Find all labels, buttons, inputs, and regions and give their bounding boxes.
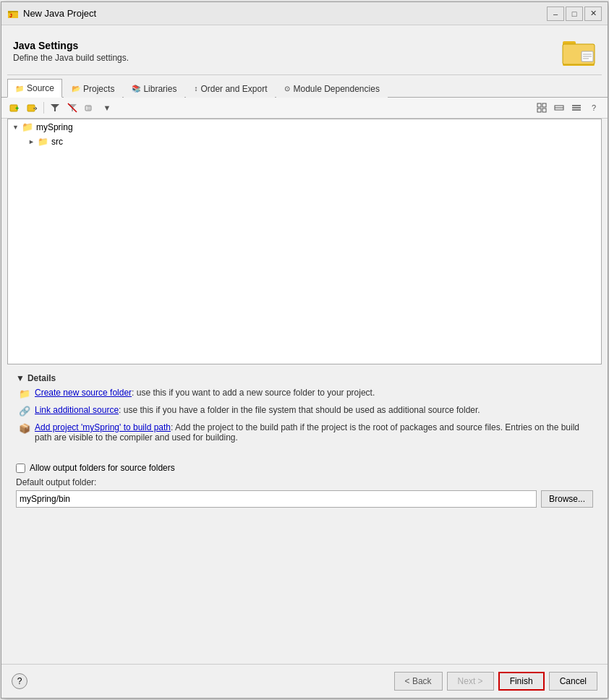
tabs-bar: 📁 Source 📂 Projects 📚 Libraries ↕ Order … bbox=[1, 78, 608, 98]
order-tab-icon: ↕ bbox=[194, 85, 197, 93]
browse-button[interactable]: Browse... bbox=[541, 490, 593, 508]
tab-projects[interactable]: 📂 Projects bbox=[64, 79, 122, 98]
src-folder-icon: 📁 bbox=[38, 137, 48, 147]
add-source-folder-button[interactable]: + bbox=[7, 100, 23, 116]
header-folder-icon bbox=[561, 34, 596, 69]
details-text-2: Link additional source: use this if you … bbox=[35, 405, 593, 415]
create-folder-icon: 📁 bbox=[19, 388, 30, 399]
toolbar-right: ? bbox=[534, 100, 602, 116]
chevron-right-icon[interactable]: ► bbox=[28, 138, 35, 145]
project-icon: 📁 bbox=[22, 121, 33, 132]
svg-text:☰: ☰ bbox=[87, 106, 90, 111]
details-section: ▼ Details 📁 Create new source folder: us… bbox=[7, 367, 602, 454]
tree-item-myspring[interactable]: ▼ 📁 mySpring bbox=[8, 119, 601, 135]
dropdown-button[interactable]: ▼ bbox=[99, 100, 115, 116]
title-bar: J New Java Project – □ ✕ bbox=[1, 2, 608, 25]
title-bar-left: J New Java Project bbox=[7, 8, 96, 20]
svg-text:+: + bbox=[15, 105, 19, 112]
output-folder-input[interactable] bbox=[16, 490, 537, 508]
svg-text:J: J bbox=[9, 13, 12, 18]
details-chevron[interactable]: ▼ bbox=[16, 373, 25, 383]
output-section: Allow output folders for source folders … bbox=[7, 457, 602, 513]
toolbar: + ☰ ▼ bbox=[1, 98, 608, 119]
src-label: src bbox=[51, 137, 63, 147]
svg-rect-22 bbox=[542, 108, 546, 112]
help-button[interactable]: ? bbox=[12, 673, 27, 689]
source-tab-icon: 📁 bbox=[15, 85, 24, 93]
expand-all-button[interactable] bbox=[534, 100, 550, 116]
libraries-tab-icon: 📚 bbox=[132, 85, 140, 93]
header-section: Java Settings Define the Java build sett… bbox=[1, 25, 608, 74]
output-folder-label: Default output folder: bbox=[16, 477, 593, 487]
header-separator bbox=[7, 74, 602, 75]
toggle-button[interactable]: ☰ bbox=[82, 100, 98, 116]
create-source-folder-link[interactable]: Create new source folder bbox=[35, 388, 132, 398]
svg-rect-20 bbox=[542, 103, 546, 107]
finish-button[interactable]: Finish bbox=[498, 672, 545, 691]
bottom-bar: ? < Back Next > Finish Cancel bbox=[1, 664, 608, 698]
dialog-icon: J bbox=[7, 8, 19, 20]
add-project-icon: 📦 bbox=[19, 423, 30, 434]
details-item-3: 📦 Add project 'mySpring' to build path: … bbox=[16, 422, 593, 443]
link-source-button[interactable] bbox=[25, 100, 41, 116]
output-folder-row: Browse... bbox=[16, 490, 593, 508]
module-tab-icon: ⊙ bbox=[284, 85, 290, 93]
collapse-all-button[interactable] bbox=[551, 100, 567, 116]
add-project-build-path-link[interactable]: Add project 'mySpring' to build path bbox=[35, 422, 171, 432]
details-text-1: Create new source folder: use this if yo… bbox=[35, 388, 593, 398]
page-title: Java Settings bbox=[13, 40, 129, 51]
maximize-button[interactable]: □ bbox=[566, 7, 583, 21]
next-button[interactable]: Next > bbox=[447, 672, 494, 691]
project-label: mySpring bbox=[36, 122, 73, 132]
allow-output-row: Allow output folders for source folders bbox=[16, 463, 593, 473]
header-text: Java Settings Define the Java build sett… bbox=[13, 40, 129, 63]
page-subtitle: Define the Java build settings. bbox=[13, 53, 129, 63]
dialog-title: New Java Project bbox=[23, 8, 96, 19]
svg-rect-21 bbox=[537, 108, 541, 112]
tab-module-deps[interactable]: ⊙ Module Dependencies bbox=[276, 79, 387, 98]
tab-source[interactable]: 📁 Source bbox=[7, 79, 62, 98]
details-item-1: 📁 Create new source folder: use this if … bbox=[16, 388, 593, 399]
filter-button[interactable] bbox=[47, 100, 63, 116]
link-source-icon: 🔗 bbox=[19, 406, 30, 417]
view-button[interactable] bbox=[568, 100, 584, 116]
title-bar-controls: – □ ✕ bbox=[547, 7, 602, 21]
help-tree-button[interactable]: ? bbox=[586, 100, 602, 116]
bottom-left: ? bbox=[12, 673, 27, 689]
allow-output-checkbox[interactable] bbox=[16, 464, 25, 473]
back-button[interactable]: < Back bbox=[394, 672, 443, 691]
details-text-3: Add project 'mySpring' to build path: Ad… bbox=[35, 422, 593, 443]
tab-order-export[interactable]: ↕ Order and Export bbox=[186, 79, 275, 98]
projects-tab-icon: 📂 bbox=[72, 85, 80, 93]
svg-rect-19 bbox=[537, 103, 541, 107]
tree-area[interactable]: ▼ 📁 mySpring ► 📁 src bbox=[7, 119, 602, 364]
details-item-2: 🔗 Link additional source: use this if yo… bbox=[16, 405, 593, 417]
cancel-button[interactable]: Cancel bbox=[549, 672, 597, 691]
tab-libraries[interactable]: 📚 Libraries bbox=[124, 79, 184, 98]
chevron-down-icon[interactable]: ▼ bbox=[12, 124, 19, 131]
dialog: J New Java Project – □ ✕ Java Settings D… bbox=[1, 1, 608, 699]
minimize-button[interactable]: – bbox=[547, 7, 564, 21]
toolbar-sep-1 bbox=[43, 102, 44, 114]
bottom-right: < Back Next > Finish Cancel bbox=[394, 672, 597, 691]
filter-remove-button[interactable] bbox=[64, 100, 80, 116]
link-additional-source-link[interactable]: Link additional source bbox=[35, 405, 119, 415]
details-header: ▼ Details bbox=[16, 373, 593, 383]
tree-item-src[interactable]: ► 📁 src bbox=[8, 135, 601, 149]
close-button[interactable]: ✕ bbox=[584, 7, 602, 21]
allow-output-label: Allow output folders for source folders bbox=[30, 463, 175, 473]
